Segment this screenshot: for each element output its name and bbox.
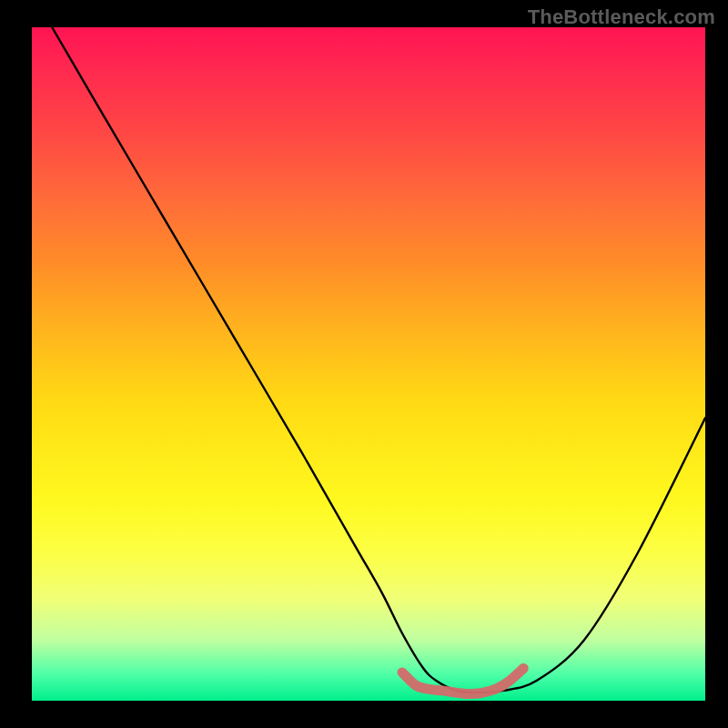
black-curve bbox=[52, 27, 705, 693]
chart-stage: TheBottleneck.com bbox=[0, 0, 728, 728]
curve-layer bbox=[32, 27, 705, 701]
watermark-text: TheBottleneck.com bbox=[528, 5, 715, 29]
plot-region bbox=[32, 27, 705, 701]
